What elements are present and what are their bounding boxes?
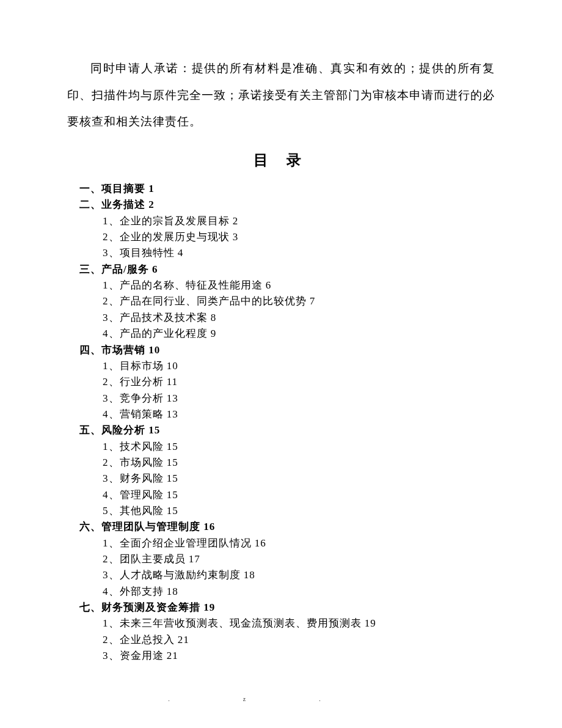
toc-subsection: 3、财务风险 15 xyxy=(103,471,495,487)
intro-paragraph: 同时申请人承诺：提供的所有材料是准确、真实和有效的；提供的所有复印、扫描件均与原… xyxy=(67,55,495,135)
toc-subsection: 2、团队主要成员 17 xyxy=(103,551,495,567)
toc-section: 三、产品/服务 6 xyxy=(79,262,495,278)
toc-subsection: 3、资金用途 21 xyxy=(103,648,495,664)
footer-mark-left: . xyxy=(168,696,243,702)
toc-subsection: 4、外部支持 18 xyxy=(103,584,495,600)
toc-section: 六、管理团队与管理制度 16 xyxy=(79,519,495,535)
toc-subsection: 1、全面介绍企业管理团队情况 16 xyxy=(103,535,495,551)
toc-section: 四、市场营销 10 xyxy=(79,342,495,358)
toc-subsection: 1、产品的名称、特征及性能用途 6 xyxy=(103,278,495,293)
toc-subsection: 4、产品的产业化程度 9 xyxy=(103,326,495,342)
toc-subsection: 5、其他风险 15 xyxy=(103,503,495,519)
toc-subsection: 3、产品技术及技术案 8 xyxy=(103,310,495,326)
toc-subsection: 1、技术风险 15 xyxy=(103,439,495,455)
page-footer: .z. xyxy=(0,696,562,702)
toc-subsection: 1、目标市场 10 xyxy=(103,358,495,374)
toc-subsection: 1、未来三年营收预测表、现金流预测表、费用预测表 19 xyxy=(103,616,495,631)
toc-section: 一、项目摘要 1 xyxy=(79,181,495,197)
toc-subsection: 2、产品在同行业、同类产品中的比较优势 7 xyxy=(103,293,495,309)
toc-subsection: 4、管理风险 15 xyxy=(103,487,495,503)
toc-subsection: 4、营销策略 13 xyxy=(103,406,495,422)
toc-section: 五、风险分析 15 xyxy=(79,422,495,438)
toc-subsection: 2、市场风险 15 xyxy=(103,455,495,471)
toc-subsection: 2、行业分析 11 xyxy=(103,374,495,390)
toc-subsection: 2、企业总投入 21 xyxy=(103,632,495,648)
toc-subsection: 3、人才战略与激励约束制度 18 xyxy=(103,567,495,583)
footer-mark-right: z. xyxy=(243,696,394,702)
toc-subsection: 3、竞争分析 13 xyxy=(103,391,495,406)
table-of-contents: 一、项目摘要 1二、业务描述 21、企业的宗旨及发展目标 22、企业的发展历史与… xyxy=(67,181,495,664)
toc-subsection: 3、项目独特性 4 xyxy=(103,245,495,261)
toc-title: 目 录 xyxy=(67,150,495,170)
toc-subsection: 2、企业的发展历史与现状 3 xyxy=(103,229,495,245)
toc-section: 七、财务预测及资金筹措 19 xyxy=(79,600,495,616)
toc-section: 二、业务描述 2 xyxy=(79,197,495,213)
toc-subsection: 1、企业的宗旨及发展目标 2 xyxy=(103,213,495,229)
